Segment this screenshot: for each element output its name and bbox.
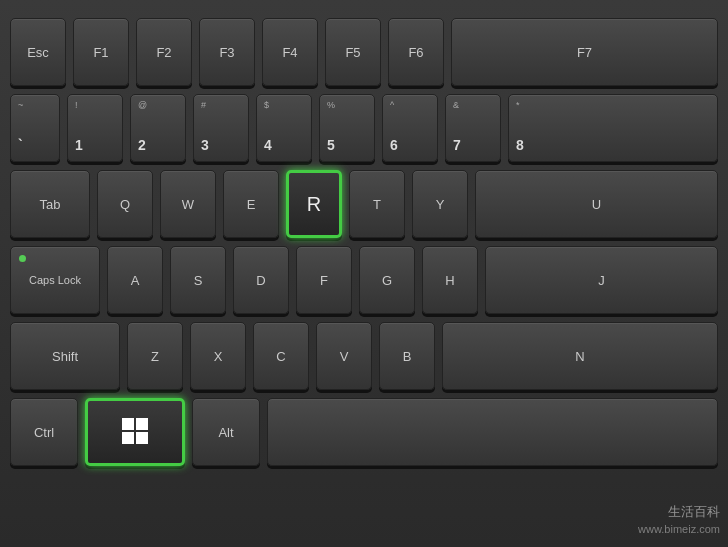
key-f7[interactable]: F7 <box>451 18 718 86</box>
key-backtick[interactable]: ~ ` <box>10 94 60 162</box>
key-tab[interactable]: Tab <box>10 170 90 238</box>
svg-rect-2 <box>122 432 134 444</box>
svg-rect-1 <box>136 418 148 430</box>
key-esc[interactable]: Esc <box>10 18 66 86</box>
key-d[interactable]: D <box>233 246 289 314</box>
key-v[interactable]: V <box>316 322 372 390</box>
key-b[interactable]: B <box>379 322 435 390</box>
key-c[interactable]: C <box>253 322 309 390</box>
key-shift[interactable]: Shift <box>10 322 120 390</box>
key-ctrl[interactable]: Ctrl <box>10 398 78 466</box>
watermark: 生活百科 www.bimeiz.com <box>638 503 720 537</box>
key-w[interactable]: W <box>160 170 216 238</box>
svg-rect-3 <box>136 432 148 444</box>
watermark-url: www.bimeiz.com <box>638 522 720 537</box>
caps-lock-indicator <box>19 255 26 262</box>
zxcv-row: Shift Z X C V B N <box>10 322 718 390</box>
key-4[interactable]: $ 4 <box>256 94 312 162</box>
key-a[interactable]: A <box>107 246 163 314</box>
key-7[interactable]: & 7 <box>445 94 501 162</box>
key-r[interactable]: R <box>286 170 342 238</box>
bottom-row: Ctrl Alt <box>10 398 718 466</box>
key-1[interactable]: ! 1 <box>67 94 123 162</box>
key-6[interactable]: ^ 6 <box>382 94 438 162</box>
asdf-row: Caps Lock A S D F G H J <box>10 246 718 314</box>
key-f2[interactable]: F2 <box>136 18 192 86</box>
key-u[interactable]: U <box>475 170 718 238</box>
key-e[interactable]: E <box>223 170 279 238</box>
qwerty-row: Tab Q W E R T Y U <box>10 170 718 238</box>
key-j[interactable]: J <box>485 246 718 314</box>
watermark-zh: 生活百科 <box>638 503 720 521</box>
key-alt[interactable]: Alt <box>192 398 260 466</box>
key-f[interactable]: F <box>296 246 352 314</box>
key-8[interactable]: * 8 <box>508 94 718 162</box>
key-3[interactable]: # 3 <box>193 94 249 162</box>
num-row: ~ ` ! 1 @ 2 # 3 $ 4 % 5 ^ 6 & 7 <box>10 94 718 162</box>
windows-icon <box>122 418 148 447</box>
keyboard: Esc F1 F2 F3 F4 F5 F6 F7 ~ ` ! 1 @ 2 # 3… <box>0 0 728 547</box>
key-f5[interactable]: F5 <box>325 18 381 86</box>
key-f6[interactable]: F6 <box>388 18 444 86</box>
key-y[interactable]: Y <box>412 170 468 238</box>
key-q[interactable]: Q <box>97 170 153 238</box>
key-win[interactable] <box>85 398 185 466</box>
key-s[interactable]: S <box>170 246 226 314</box>
key-x[interactable]: X <box>190 322 246 390</box>
key-f1[interactable]: F1 <box>73 18 129 86</box>
key-space[interactable] <box>267 398 718 466</box>
key-n[interactable]: N <box>442 322 718 390</box>
key-f4[interactable]: F4 <box>262 18 318 86</box>
key-2[interactable]: @ 2 <box>130 94 186 162</box>
key-f3[interactable]: F3 <box>199 18 255 86</box>
key-z[interactable]: Z <box>127 322 183 390</box>
key-h[interactable]: H <box>422 246 478 314</box>
fn-row: Esc F1 F2 F3 F4 F5 F6 F7 <box>10 18 718 86</box>
key-caps-lock[interactable]: Caps Lock <box>10 246 100 314</box>
key-g[interactable]: G <box>359 246 415 314</box>
key-t[interactable]: T <box>349 170 405 238</box>
svg-rect-0 <box>122 418 134 430</box>
key-5[interactable]: % 5 <box>319 94 375 162</box>
